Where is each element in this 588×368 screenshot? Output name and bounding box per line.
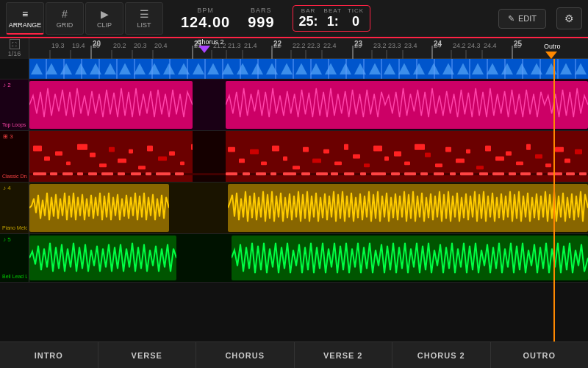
section-intro[interactable]: INTRO (0, 342, 98, 368)
svg-rect-132 (331, 172, 338, 175)
chorus2-arrow (198, 46, 210, 53)
pink-wave-1 (29, 81, 193, 129)
track-top-loops-content[interactable] (29, 79, 588, 130)
tab-list[interactable]: ☰ LIST (125, 2, 163, 35)
tab-clip[interactable]: ▶ CLIP (85, 2, 123, 35)
svg-rect-80 (250, 149, 259, 155)
section-verse[interactable]: VERSE (98, 342, 197, 368)
svg-rect-117 (77, 172, 83, 175)
svg-rect-88 (334, 161, 342, 165)
svg-text:19.3: 19.3 (51, 42, 65, 49)
pencil-icon: ✎ (508, 14, 514, 24)
svg-rect-98 (435, 163, 442, 167)
bar-beat-tick: BAR 25: BEAT 1: TICK 0 (293, 5, 371, 32)
bar-group: BAR 25: (299, 7, 318, 29)
svg-rect-142 (479, 172, 488, 175)
green-gap (176, 234, 232, 282)
chorus2-marker: Chorus 2 (197, 38, 224, 53)
svg-rect-85 (303, 147, 309, 152)
svg-rect-123 (156, 172, 171, 175)
svg-rect-62 (44, 157, 50, 161)
svg-rect-66 (90, 153, 96, 158)
svg-rect-140 (450, 172, 456, 175)
chorus-label: CHORUS (225, 351, 265, 360)
section-verse2[interactable]: VERSE 2 (295, 342, 393, 368)
section-chorus2[interactable]: CHORUS 2 (392, 342, 491, 368)
svg-text:23.4: 23.4 (404, 42, 417, 49)
tab-grid[interactable]: # GRID (46, 2, 84, 35)
track2-number: ♪ 2 (3, 82, 26, 88)
ruler-svg: 19.319.42020.220.320.42121.221.321.42222… (29, 38, 588, 59)
ruler-content[interactable]: 19.319.42020.220.320.42121.221.321.42222… (29, 38, 588, 59)
svg-rect-69 (118, 158, 126, 163)
svg-rect-105 (506, 152, 512, 156)
svg-rect-79 (239, 158, 245, 163)
playhead (553, 59, 555, 342)
bpm-value[interactable]: 124.00 (181, 14, 230, 31)
svg-rect-97 (425, 153, 431, 158)
track-bell-lead: ♪ 5 Bell Lead Loop (0, 234, 588, 283)
svg-rect-67 (99, 163, 107, 167)
section-chorus[interactable]: CHORUS (196, 342, 295, 368)
svg-rect-92 (373, 146, 382, 152)
svg-rect-108 (535, 155, 542, 159)
track-blue-bar (0, 59, 588, 79)
svg-rect-124 (175, 172, 184, 175)
track-drums-content[interactable] (29, 131, 588, 182)
quantize-display: ⛶ 1/16 (0, 38, 29, 59)
svg-rect-112 (575, 149, 582, 155)
svg-text:24.3: 24.3 (467, 42, 481, 49)
svg-text:24: 24 (434, 40, 442, 48)
svg-rect-95 (404, 161, 410, 165)
svg-rect-72 (147, 146, 153, 152)
svg-rect-136 (391, 172, 400, 175)
outro-label: OUTRO (523, 351, 556, 360)
tick-value[interactable]: 0 (352, 14, 359, 29)
svg-text:22.3: 22.3 (307, 42, 320, 49)
chorus2-label: CHORUS 2 (417, 351, 465, 360)
svg-rect-148 (566, 172, 575, 175)
track-top-loops-label: ♪ 2 Top Loops (0, 79, 29, 130)
svg-rect-78 (228, 147, 235, 152)
svg-text:22: 22 (273, 40, 282, 48)
yellow-gap (169, 183, 228, 233)
track-piano-melodic: ♪ 4 Piano Melodic (0, 183, 588, 234)
svg-rect-133 (344, 172, 354, 175)
settings-button[interactable]: ⚙ (556, 7, 582, 29)
ruler-area: ⛶ 1/16 19.319.42020.220.320.42121.221.32… (0, 38, 588, 59)
list-icon: ☰ (140, 8, 149, 20)
bar-value[interactable]: 25: (299, 14, 318, 29)
gear-icon: ⚙ (564, 13, 574, 24)
track-bell-content[interactable] (29, 234, 588, 282)
track-piano-label: ♪ 4 Piano Melodic (0, 183, 29, 233)
svg-rect-120 (118, 172, 125, 175)
tab-arrange[interactable]: ≡ ARRANGE (6, 2, 44, 35)
svg-rect-86 (312, 158, 321, 163)
svg-rect-104 (495, 157, 504, 161)
green-clip-1 (29, 236, 176, 280)
red-bg (29, 131, 588, 182)
svg-rect-114 (33, 172, 46, 175)
svg-rect-90 (353, 155, 360, 159)
track-piano-content[interactable] (29, 183, 588, 233)
tracks-area: Chorus 2 Outro (0, 59, 588, 342)
track-blue-label (0, 59, 29, 79)
svg-rect-145 (520, 172, 531, 175)
svg-rect-61 (33, 146, 42, 152)
beat-value[interactable]: 1: (327, 14, 339, 29)
outro-label: Outro (544, 43, 561, 50)
tab-list-label: LIST (137, 21, 151, 29)
svg-rect-129 (283, 172, 296, 175)
svg-rect-131 (316, 172, 328, 175)
svg-rect-138 (420, 172, 428, 175)
drums-svg (29, 131, 588, 182)
section-outro[interactable]: OUTRO (491, 342, 589, 368)
svg-rect-89 (344, 144, 348, 150)
topbar: ≡ ARRANGE # GRID ▶ CLIP ☰ LIST BPM 124.0… (0, 0, 588, 38)
bars-label: BARS (251, 7, 272, 14)
bars-value[interactable]: 999 (248, 14, 274, 31)
edit-button[interactable]: ✎ EDIT (498, 9, 546, 29)
blue-waveform (29, 59, 588, 79)
track4-number: ♪ 4 (3, 185, 26, 191)
track-blue-content[interactable] (29, 59, 588, 79)
